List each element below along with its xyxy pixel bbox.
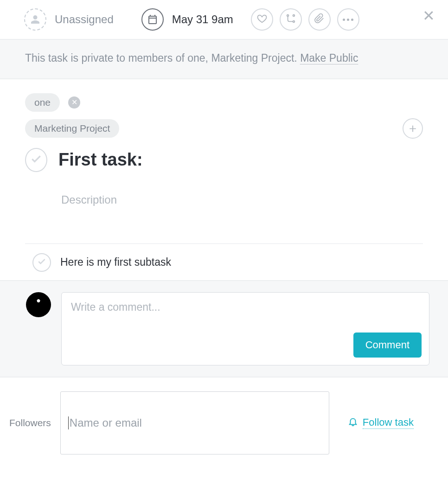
divider [25,243,423,244]
comment-submit-button[interactable]: Comment [353,333,422,358]
followers-label: Followers [9,417,51,428]
privacy-notice: This task is private to members of one, … [0,40,448,79]
subtask-row[interactable]: Here is my first subtask [32,253,423,272]
add-project-button[interactable]: ＋ [403,118,423,139]
comment-section: Write a comment... Comment [0,280,448,377]
plus-icon: ＋ [407,120,419,136]
close-icon: ✕ [71,98,77,107]
ellipsis-icon [343,19,353,21]
check-icon [37,257,46,268]
subtask-icon [286,13,296,26]
subtasks-button[interactable] [280,8,302,31]
user-avatar[interactable] [26,292,51,317]
like-button[interactable] [251,8,273,31]
followers-input[interactable]: Name or email [60,391,329,454]
due-date-button[interactable]: May 31 9am [141,8,233,31]
followers-section: Followers Name or email Follow task [0,377,448,468]
comment-placeholder: Write a comment... [71,301,160,313]
make-public-link[interactable]: Make Public [300,52,358,64]
followers-input-placeholder: Name or email [68,416,142,429]
task-title-input[interactable]: First task: [58,150,423,170]
close-icon: ✕ [422,7,435,24]
due-date-label: May 31 9am [172,13,233,26]
project-tags-row-2: Marketing Project ＋ [25,118,423,139]
project-tags-row-1: one ✕ [25,93,423,118]
heart-icon [257,13,267,26]
task-description-input[interactable]: Description [61,193,423,206]
complete-task-button[interactable] [25,148,47,172]
toolbar-actions [251,8,359,31]
task-toolbar: Unassigned May 31 9am ✕ [0,0,448,40]
attachment-button[interactable] [308,8,331,31]
comment-input[interactable]: Write a comment... Comment [61,292,429,365]
complete-subtask-button[interactable] [32,253,51,272]
bell-icon [348,416,358,429]
close-button[interactable]: ✕ [422,8,435,23]
svg-point-1 [293,15,294,17]
more-button[interactable] [337,8,359,31]
person-icon [24,8,46,31]
assignee-label: Unassigned [55,13,114,26]
privacy-text: This task is private to members of one, … [25,52,300,64]
remove-tag-button[interactable]: ✕ [68,96,80,109]
calendar-icon [141,8,164,31]
check-icon [30,153,42,167]
task-body: one ✕ Marketing Project ＋ First task: De… [0,79,448,272]
follow-task-label: Follow task [363,416,414,429]
paperclip-icon [314,13,325,26]
project-tag[interactable]: one [25,93,60,112]
subtask-title[interactable]: Here is my first subtask [60,256,171,269]
task-title-row: First task: [25,148,423,172]
follow-task-button[interactable]: Follow task [348,416,414,429]
assignee-button[interactable]: Unassigned [24,8,114,31]
project-tag[interactable]: Marketing Project [25,119,119,138]
